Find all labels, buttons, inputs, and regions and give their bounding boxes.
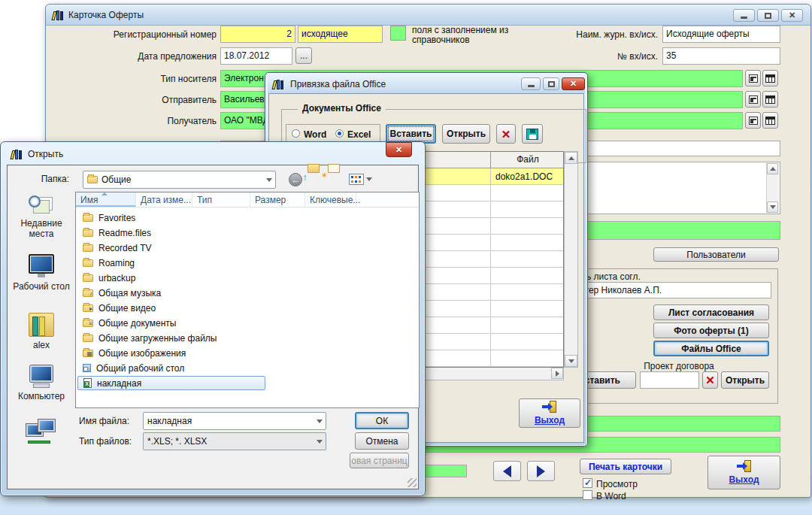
office-exit-button[interactable]: Выход: [519, 398, 580, 428]
save-file-button[interactable]: [522, 124, 543, 144]
sender-lookup-button[interactable]: [745, 91, 761, 108]
column-header-name[interactable]: Имя: [76, 192, 136, 207]
resize-grip[interactable]: [408, 478, 417, 487]
reg-number-field[interactable]: 2: [220, 26, 295, 43]
filetype-combobox[interactable]: *.XLS; *. XLSX: [143, 432, 326, 450]
contract-delete-button[interactable]: ✕: [702, 371, 718, 389]
file-row[interactable]: ▦Общие изображения: [77, 346, 186, 360]
table-vscrollbar[interactable]: [564, 151, 578, 368]
file-row[interactable]: Favorites: [77, 211, 135, 225]
reg-kind-field[interactable]: исходящее: [298, 26, 383, 43]
journal-field[interactable]: Исходящие оферты: [662, 26, 780, 43]
column-header-type[interactable]: Тип: [192, 192, 250, 207]
minimize-button[interactable]: [521, 77, 541, 90]
sidebar-item-alex[interactable]: alex: [9, 313, 74, 350]
file-list-header: Имя Дата изме... Тип Размер Ключевые...: [76, 192, 419, 208]
date-browse-button[interactable]: ...: [295, 47, 312, 64]
close-button[interactable]: ✕: [562, 77, 585, 90]
user-folder-icon: [29, 313, 54, 337]
maximize-button[interactable]: [543, 77, 559, 90]
scroll-right-icon[interactable]: [551, 368, 563, 379]
sender-table-button[interactable]: [762, 91, 778, 108]
column-header-keywords[interactable]: Ключевые...: [305, 192, 356, 207]
users-button[interactable]: Пользователи: [653, 247, 779, 262]
floppy-save-icon: [526, 129, 538, 140]
file-row[interactable]: urbackup: [77, 271, 135, 285]
maximize-button[interactable]: [757, 9, 779, 22]
cancel-button[interactable]: Отмена: [355, 432, 409, 450]
file-row[interactable]: Roaming: [77, 256, 135, 270]
green-legend-swatch: [390, 26, 406, 41]
preview-checkbox[interactable]: [583, 478, 592, 488]
contract-field[interactable]: [640, 371, 699, 389]
sidebar-item-network[interactable]: [9, 420, 74, 445]
close-button[interactable]: ✕: [386, 142, 412, 157]
receiver-lookup-button[interactable]: [745, 112, 761, 129]
open-file-button[interactable]: Открыть: [442, 124, 490, 144]
delete-x-icon: ✕: [705, 374, 715, 386]
prev-record-button[interactable]: [493, 461, 521, 481]
file-row-selected[interactable]: накладная: [77, 376, 265, 390]
lookup-icon: [749, 95, 758, 104]
views-button[interactable]: [349, 174, 372, 185]
column-header-date[interactable]: Дата изме...: [136, 192, 192, 207]
folder-combobox-value: Общие: [102, 174, 131, 185]
contract-open-button[interactable]: Открыть: [721, 371, 769, 389]
filetype-value: *.XLS; *. XLSX: [147, 436, 207, 447]
number-label: № вх/исх.: [566, 51, 658, 62]
scroll-up-icon[interactable]: [767, 163, 778, 174]
open-dialog: Открыть ✕ Папка: Общие ← ↑ ✶ Недавниемес…: [0, 141, 426, 496]
reg-number-label: Регистрационный номер: [77, 29, 217, 40]
filename-combobox[interactable]: накладная: [143, 412, 326, 430]
number-field[interactable]: 35: [662, 47, 780, 65]
print-card-button[interactable]: Печать карточки: [580, 459, 671, 474]
file-row[interactable]: ≡Общие документы: [77, 316, 176, 330]
ok-button[interactable]: ОК: [355, 412, 409, 429]
approval-sheet-button[interactable]: Лист согласования: [653, 304, 769, 320]
date-field[interactable]: 18.07.2012: [220, 47, 292, 65]
sidebar-item-computer[interactable]: Компьютер: [9, 365, 74, 401]
media-lookup-button[interactable]: [745, 70, 761, 86]
media-table-button[interactable]: [762, 70, 778, 86]
legend-text: поля с заполнением из справочников: [412, 26, 508, 45]
back-button[interactable]: ←: [289, 173, 302, 186]
file-row[interactable]: ♪Общая музыка: [77, 286, 161, 300]
folder-icon: [83, 214, 93, 222]
close-button[interactable]: ✕: [781, 9, 803, 22]
exit-door-icon: [541, 401, 558, 414]
combo-arrow-icon[interactable]: [314, 413, 326, 429]
combo-arrow-icon[interactable]: [314, 433, 326, 450]
excel-radio[interactable]: [335, 129, 344, 138]
word-checkbox[interactable]: [583, 490, 592, 500]
minimize-button[interactable]: [733, 9, 755, 22]
computer-icon: [27, 365, 56, 388]
main-exit-button[interactable]: Выход: [707, 456, 780, 489]
file-column-header[interactable]: Файл: [492, 154, 563, 165]
scroll-down-icon[interactable]: [565, 355, 577, 367]
open-client: Папка: Общие ← ↑ ✶ Недавниеместа Рабочий…: [7, 165, 419, 489]
file-row[interactable]: Общие загруженные файлы: [77, 331, 217, 345]
sidebar-item-recent[interactable]: Недавниеместа: [9, 194, 74, 239]
scroll-up-icon[interactable]: [565, 152, 577, 164]
scroll-down-icon[interactable]: [767, 201, 778, 213]
receiver-table-button[interactable]: [762, 112, 778, 129]
description-scrollbar[interactable]: [766, 163, 779, 213]
office-titlebar[interactable]: Привязка файла Office ✕: [268, 75, 585, 93]
folder-combobox[interactable]: Общие: [83, 171, 276, 189]
main-titlebar[interactable]: Карточка Оферты ✕: [46, 5, 810, 26]
file-row[interactable]: ▸Общие видео: [77, 301, 156, 315]
file-cell: doko2a1.DOC: [495, 171, 553, 182]
file-row[interactable]: Recorded TV: [77, 241, 151, 255]
folder-icon: [83, 335, 93, 342]
next-record-button[interactable]: [527, 461, 555, 481]
column-header-size[interactable]: Размер: [250, 192, 305, 207]
combo-arrow-icon[interactable]: [263, 171, 275, 188]
delete-file-button[interactable]: ✕: [496, 124, 516, 144]
word-radio[interactable]: [292, 129, 300, 138]
file-row[interactable]: Readme.files: [77, 226, 151, 240]
sidebar-item-desktop[interactable]: Рабочий стол: [9, 254, 74, 292]
receiver-label: Получатель: [77, 116, 217, 126]
offer-photo-button[interactable]: Фото оферты (1): [653, 323, 769, 338]
office-files-button[interactable]: Файлы Office: [653, 341, 769, 356]
file-row[interactable]: Общий рабочий стол: [77, 361, 184, 375]
